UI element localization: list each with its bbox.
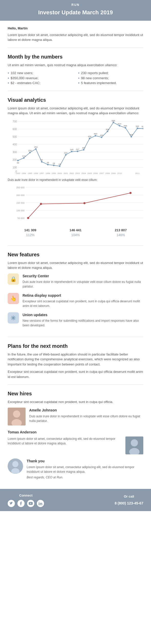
svg-text:43: 43: [47, 162, 49, 164]
chart2-svg: 250 000 200 000 150 000 100 000 50 000: [8, 185, 143, 226]
analytics-heading: Visual analytics: [8, 96, 143, 104]
svg-text:614: 614: [118, 123, 121, 125]
feature-content-0: Security Center Duis aute irure dolor in…: [23, 273, 143, 289]
phone-number: 8 (800) 123-45-67: [115, 501, 143, 506]
svg-point-24: [71, 151, 72, 152]
features-subtext: Lorem ipsum dolor sit amet, consectetur …: [8, 260, 143, 270]
feature-desc-1: Excepteur sint occaecat cupidatat non pr…: [23, 299, 143, 308]
svg-point-28: [95, 135, 96, 136]
svg-text:2000: 2000: [57, 172, 62, 175]
svg-point-16: [23, 157, 25, 159]
chart-stat-1: 141 309 112%: [24, 228, 36, 238]
svg-point-35: [137, 128, 138, 129]
svg-text:2008: 2008: [105, 172, 110, 175]
footer-connect: Connect: [8, 493, 44, 507]
footer-call: Or call 8 (800) 123-45-67: [115, 494, 143, 506]
feature-item-0: 🔒 Security Center Duis aute irure dolor …: [8, 273, 143, 289]
feature-content-1: Retina display support Excepteur sint oc…: [23, 293, 143, 308]
svg-text:245: 245: [70, 148, 73, 151]
svg-text:226: 226: [28, 150, 32, 152]
list-item: • 102 new users;: [8, 71, 73, 76]
hire-avatar-1: [125, 436, 143, 454]
plans-text2: Excepteur sint occaecat cupidatat non pr…: [8, 369, 143, 379]
union-icon: [8, 312, 19, 324]
chart-stats: 141 309 112% 146 441 104% 213 807 146%: [8, 228, 143, 238]
svg-text:1993: 1993: [16, 172, 20, 175]
svg-point-30: [107, 131, 108, 132]
svg-text:100: 100: [13, 166, 17, 169]
svg-text:2001: 2001: [63, 172, 68, 175]
numbers-section: Month by the numbers Ut enim ad minim ve…: [0, 48, 151, 91]
hire-item-1: Tomas Anderson Lorem ipsum dolor sit ame…: [8, 430, 143, 454]
feature-content-2: Union updates New versions of the forms …: [23, 312, 143, 328]
list-item: • 5 features implemented.: [78, 80, 143, 86]
stat-pct: 104%: [69, 233, 81, 238]
list-item: • $350,000 revenue;: [8, 76, 73, 81]
thankyou-heading: Thank you: [27, 458, 143, 464]
chart-stat-3: 213 807 146%: [115, 228, 127, 238]
features-section: New features Lorem ipsum dolor sit amet,…: [0, 246, 151, 337]
stat-value: 213 807: [115, 228, 127, 233]
svg-point-90: [83, 202, 85, 204]
svg-text:222: 222: [64, 152, 68, 154]
svg-text:550: 550: [106, 128, 109, 131]
plans-heading: Plans for the next month: [8, 342, 143, 350]
svg-text:460: 460: [100, 134, 103, 136]
svg-text:200: 200: [13, 158, 17, 161]
svg-text:500: 500: [13, 135, 17, 138]
svg-text:1998: 1998: [46, 172, 50, 175]
chart2-label: Duis aute irure dolor in reprehenderit i…: [8, 178, 143, 182]
thankyou-signature: Best regards, CEO at Run.: [27, 475, 143, 480]
facebook-icon[interactable]: [17, 500, 25, 507]
plans-section: Plans for the next month In the future, …: [0, 337, 151, 385]
svg-text:2004: 2004: [81, 172, 86, 175]
svg-text:150 000: 150 000: [16, 202, 25, 204]
svg-point-21: [53, 165, 55, 166]
numbers-item-text: 230 reports pulled;: [81, 71, 109, 76]
svg-point-103: [12, 461, 18, 467]
svg-point-97: [13, 410, 20, 418]
numbers-grid: • 102 new users; • $350,000 revenue; • $…: [8, 71, 143, 86]
thankyou-content: Thank you Lorem ipsum dolor sit amet, co…: [27, 458, 143, 480]
numbers-left: • 102 new users; • $350,000 revenue; • $…: [8, 71, 73, 86]
svg-text:400: 400: [13, 143, 17, 146]
stat-pct: 146%: [115, 233, 127, 238]
analytics-subtext: Lorem ipsum dolor sit amet, consectetur …: [8, 106, 143, 116]
numbers-subtext: Ut enim ad minim veniam, quis nostrud ma…: [8, 63, 143, 68]
svg-point-27: [89, 138, 90, 139]
hires-subtext: Excepteur sint occaecat cupidatat non pr…: [8, 399, 143, 405]
svg-text:2007: 2007: [99, 172, 104, 175]
svg-text:82: 82: [41, 159, 43, 161]
svg-text:18: 18: [59, 163, 61, 165]
svg-point-32: [119, 125, 120, 126]
youtube-icon[interactable]: [27, 500, 34, 507]
svg-text:2003: 2003: [75, 172, 80, 175]
svg-point-15: [17, 160, 19, 161]
linkedin-icon[interactable]: [37, 500, 44, 507]
twitter-icon[interactable]: [8, 500, 15, 507]
hires-section: New hires Excepteur sint occaecat cupida…: [0, 385, 151, 489]
bullet-icon: •: [78, 71, 80, 75]
svg-text:247: 247: [76, 148, 79, 151]
greeting-text: Lorem ipsum dolor sit amet, consectetur …: [8, 32, 143, 42]
brand-name: RUN: [5, 3, 146, 7]
plans-text1: In the future, the use of Web-based appl…: [8, 352, 143, 367]
hire-item-0: Amelle Johnson Duis aute irure dolor in …: [8, 408, 143, 425]
hire-content-0: Amelle Johnson Duis aute irure dolor in …: [29, 408, 143, 423]
svg-text:2009: 2009: [111, 172, 116, 175]
svg-text:99: 99: [17, 162, 19, 164]
svg-text:267: 267: [82, 147, 85, 149]
analytics-section: Visual analytics Lorem ipsum dolor sit a…: [0, 91, 151, 245]
hire-desc-0: Duis aute irure dolor in reprehenderit i…: [29, 414, 143, 423]
svg-text:50 000: 50 000: [17, 217, 25, 220]
security-icon: 🔒: [8, 273, 19, 285]
svg-text:566: 566: [124, 125, 127, 127]
feature-title-1: Retina display support: [23, 293, 143, 298]
svg-text:700: 700: [13, 120, 17, 123]
svg-text:600: 600: [13, 128, 17, 131]
svg-text:2011: 2011: [135, 172, 140, 175]
numbers-item-text: $2 - estimates CAC;: [11, 80, 40, 86]
hire-desc-1: Lorem ipsum dolor sit amet, consectetur …: [8, 436, 122, 446]
stat-pct: 112%: [24, 233, 36, 238]
connect-label: Connect: [8, 493, 44, 498]
